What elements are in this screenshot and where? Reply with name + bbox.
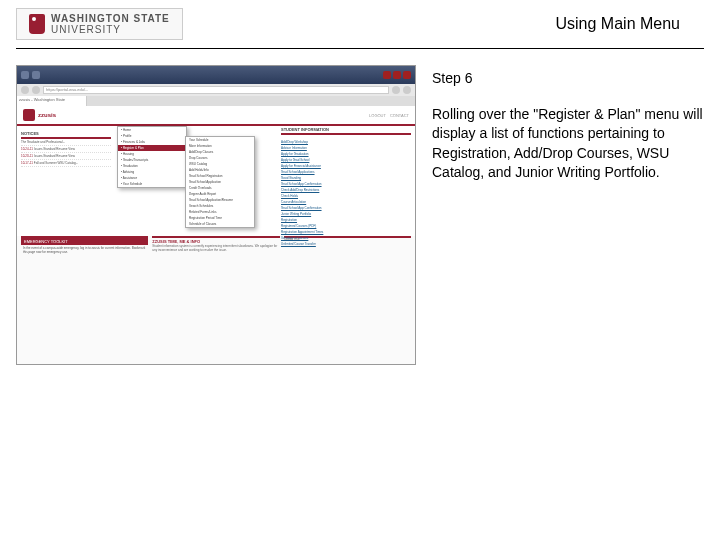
url-field: https://portal.wsu.edu/... bbox=[43, 86, 389, 94]
emergency-panel: EMERGENCY TOOLKIT In the event of a camp… bbox=[21, 236, 148, 257]
wsu-logo: WASHINGTON STATE UNIVERSITY bbox=[16, 8, 183, 40]
reload-icon bbox=[392, 86, 400, 94]
top-links: LOGOUT CONTACT bbox=[369, 113, 409, 118]
logo-text: WASHINGTON STATE UNIVERSITY bbox=[51, 13, 170, 35]
contact-link: CONTACT bbox=[390, 113, 409, 118]
page-title: Using Main Menu bbox=[556, 15, 705, 33]
notice-item: 10-20-11 Issues Standard Resume View bbox=[21, 153, 111, 160]
student-info-link: Unlimited Course Transfer bbox=[281, 241, 411, 247]
logout-link: LOGOUT bbox=[369, 113, 386, 118]
notice-item: 10-17-11 Fall and Summer WSU Catalog... bbox=[21, 160, 111, 167]
notices-header: NOTICES bbox=[21, 130, 111, 139]
window-button-icon bbox=[32, 71, 40, 79]
page-header: WASHINGTON STATE UNIVERSITY Using Main M… bbox=[0, 0, 720, 40]
emergency-header: EMERGENCY TOOLKIT bbox=[21, 238, 148, 245]
register-plan-submenu: Your ScheduleMore InformationAdd/Drop Cl… bbox=[185, 136, 255, 228]
step-body: Rolling over the "Register & Plan" menu … bbox=[432, 105, 704, 183]
student-info-header: STUDENT INFORMATION bbox=[281, 126, 411, 135]
notices-column: NOTICES The Graduate and Professional...… bbox=[21, 130, 111, 232]
shield-icon bbox=[29, 14, 45, 34]
address-bar: https://portal.wsu.edu/... bbox=[17, 84, 415, 96]
forward-icon bbox=[32, 86, 40, 94]
app-header: zzusis LOGOUT CONTACT bbox=[17, 106, 415, 126]
submenu-item: Schedule of Classes bbox=[186, 221, 254, 227]
home-icon bbox=[403, 86, 411, 94]
embedded-screenshot: https://portal.wsu.edu/... zzusis - Wash… bbox=[16, 65, 416, 365]
app-body: NOTICES The Graduate and Professional...… bbox=[17, 126, 415, 236]
browser-tab: zzusis - Washington State bbox=[17, 96, 87, 106]
back-icon bbox=[21, 86, 29, 94]
app-logo-icon bbox=[23, 109, 35, 121]
minimize-icon bbox=[383, 71, 391, 79]
menu-item: • Your Schedule bbox=[118, 181, 186, 187]
browser-titlebar bbox=[17, 66, 415, 84]
notice-item: The Graduate and Professional... bbox=[21, 139, 111, 146]
content-row: https://portal.wsu.edu/... zzusis - Wash… bbox=[0, 49, 720, 381]
instructions-column: Step 6 Rolling over the "Register & Plan… bbox=[432, 65, 704, 365]
window-button-icon bbox=[21, 71, 29, 79]
app-name: zzusis bbox=[38, 112, 56, 118]
tab-strip: zzusis - Washington State bbox=[17, 96, 415, 106]
info-panel: ZZUSIS TIME, ME & INFO Student informati… bbox=[152, 236, 279, 257]
main-menu-dropdown: • Home• Profile• Finances & Jobs• Regist… bbox=[117, 126, 187, 188]
step-label: Step 6 bbox=[432, 69, 704, 89]
info-panel-body: Student information system is currently … bbox=[152, 245, 279, 253]
maximize-icon bbox=[393, 71, 401, 79]
emergency-body: In the event of a campus-wide emergency,… bbox=[21, 245, 148, 257]
notice-item: 10-24-11 Issues Standard Resume View bbox=[21, 146, 111, 153]
close-icon bbox=[403, 71, 411, 79]
student-info-column: STUDENT INFORMATION Add/Drop WorkshopAdv… bbox=[281, 126, 411, 247]
